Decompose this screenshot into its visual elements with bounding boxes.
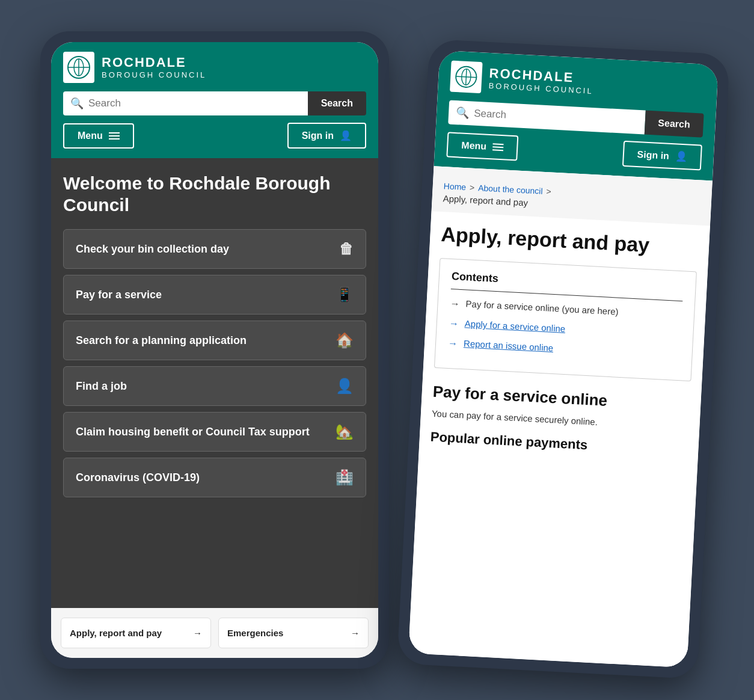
- arrow-icon-1: →: [449, 318, 459, 330]
- logo-text-1: ROCHDALE BOROUGH COUNCIL: [102, 55, 206, 80]
- arrow-icon-2: →: [448, 338, 458, 349]
- quick-link-apply[interactable]: Apply, report and pay →: [61, 618, 211, 648]
- menu-item-job[interactable]: Find a job 👤: [63, 366, 366, 406]
- search-input-wrap-1: 🔍: [63, 91, 308, 115]
- contents-item-1: → Apply for a service online: [449, 318, 681, 341]
- quick-link-emergencies[interactable]: Emergencies →: [218, 618, 369, 648]
- header-2: ROCHDALE BOROUGH COUNCIL 🔍 Search Menu: [434, 51, 718, 181]
- planning-icon: 🏠: [336, 332, 354, 349]
- contents-item-0-label: Pay for a service online (you are here): [465, 298, 619, 316]
- signin-button-1[interactable]: Sign in 👤: [287, 123, 366, 149]
- contents-item-2-link[interactable]: Report an issue online: [464, 338, 554, 353]
- hamburger-icon-2: [492, 143, 504, 151]
- quick-link-apply-arrow: →: [193, 628, 202, 638]
- logo-emblem-1: [63, 52, 94, 83]
- council-name-1: ROCHDALE: [102, 55, 206, 70]
- breadcrumb-sep-2: >: [546, 186, 551, 196]
- quick-links: Apply, report and pay → Emergencies →: [51, 608, 378, 658]
- arrow-icon-0: →: [450, 298, 460, 310]
- breadcrumb-home[interactable]: Home: [443, 181, 466, 192]
- page2-content: Apply, report and pay Contents → Pay for…: [408, 211, 710, 668]
- hamburger-icon-1: [109, 132, 120, 140]
- phone2-body: Home > About the council > Apply, report…: [408, 166, 713, 668]
- menu-item-bins-label: Check your bin collection day: [76, 243, 229, 256]
- menu-item-pay[interactable]: Pay for a service 📱: [63, 275, 366, 315]
- menu-button-2[interactable]: Menu: [446, 132, 518, 161]
- menu-item-covid[interactable]: Coronavirus (COVID-19) 🏥: [63, 458, 366, 497]
- contents-item-1-link[interactable]: Apply for a service online: [464, 318, 565, 334]
- bin-icon: 🗑: [339, 241, 354, 257]
- svg-line-7: [466, 69, 467, 85]
- logo-emblem-2: [450, 61, 483, 94]
- search-button-2[interactable]: Search: [644, 111, 703, 138]
- menu-button-1[interactable]: Menu: [63, 123, 134, 149]
- menu-item-housing[interactable]: Claim housing benefit or Council Tax sup…: [63, 412, 366, 452]
- quick-link-emergencies-label: Emergencies: [227, 628, 283, 638]
- phone-1: ROCHDALE BOROUGH COUNCIL 🔍 Search Menu: [40, 31, 389, 669]
- phone1-body: Welcome to Rochdale Borough Council Chec…: [51, 158, 378, 608]
- search-bar-2: 🔍 Search: [448, 100, 704, 137]
- search-icon-2: 🔍: [456, 106, 470, 120]
- person-icon-2: 👤: [675, 150, 687, 162]
- popular-title: Popular online payments: [430, 429, 688, 458]
- logo-area-1: ROCHDALE BOROUGH COUNCIL: [63, 52, 366, 83]
- search-bar-1: 🔍 Search: [63, 91, 366, 115]
- header-1: ROCHDALE BOROUGH COUNCIL 🔍 Search Menu: [51, 42, 378, 158]
- menu-item-planning-label: Search for a planning application: [76, 334, 247, 347]
- job-icon: 👤: [336, 378, 354, 395]
- contents-title: Contents: [451, 270, 684, 301]
- quick-link-emergencies-arrow: →: [351, 628, 360, 638]
- signin-button-2[interactable]: Sign in 👤: [622, 141, 702, 171]
- menu-item-job-label: Find a job: [76, 380, 127, 393]
- housing-icon: 🏡: [336, 423, 354, 440]
- quick-link-apply-label: Apply, report and pay: [70, 628, 162, 638]
- menu-item-housing-label: Claim housing benefit or Council Tax sup…: [76, 426, 310, 438]
- phone-2: ROCHDALE BOROUGH COUNCIL 🔍 Search Menu: [397, 39, 730, 680]
- page-main-title: Apply, report and pay: [441, 223, 699, 259]
- contents-item-2: → Report an issue online: [448, 337, 680, 361]
- welcome-title: Welcome to Rochdale Borough Council: [63, 173, 366, 216]
- menu-item-planning[interactable]: Search for a planning application 🏠: [63, 321, 366, 360]
- logo-area-2: ROCHDALE BOROUGH COUNCIL: [450, 61, 706, 105]
- search-button-1[interactable]: Search: [308, 91, 366, 115]
- search-input-wrap-2: 🔍: [448, 100, 645, 134]
- search-input-1[interactable]: [88, 91, 301, 115]
- menu-item-covid-label: Coronavirus (COVID-19): [76, 471, 200, 484]
- menu-item-bins[interactable]: Check your bin collection day 🗑: [63, 229, 366, 269]
- contents-box: Contents → Pay for a service online (you…: [434, 258, 697, 381]
- pay-icon: 📱: [336, 286, 354, 303]
- nav-row-2: Menu Sign in 👤: [446, 131, 702, 170]
- nav-row-1: Menu Sign in 👤: [63, 123, 366, 149]
- search-icon-1: 🔍: [70, 97, 84, 110]
- covid-icon: 🏥: [336, 469, 354, 486]
- logo-text-2: ROCHDALE BOROUGH COUNCIL: [488, 66, 594, 96]
- menu-items-list: Check your bin collection day 🗑 Pay for …: [63, 229, 366, 594]
- search-input-2[interactable]: [473, 102, 638, 134]
- contents-item-0: → Pay for a service online (you are here…: [450, 298, 682, 321]
- menu-item-pay-label: Pay for a service: [76, 289, 162, 301]
- breadcrumb-sep-1: >: [470, 182, 475, 192]
- borough-label-1: BOROUGH COUNCIL: [102, 70, 206, 80]
- person-icon-1: 👤: [340, 130, 352, 141]
